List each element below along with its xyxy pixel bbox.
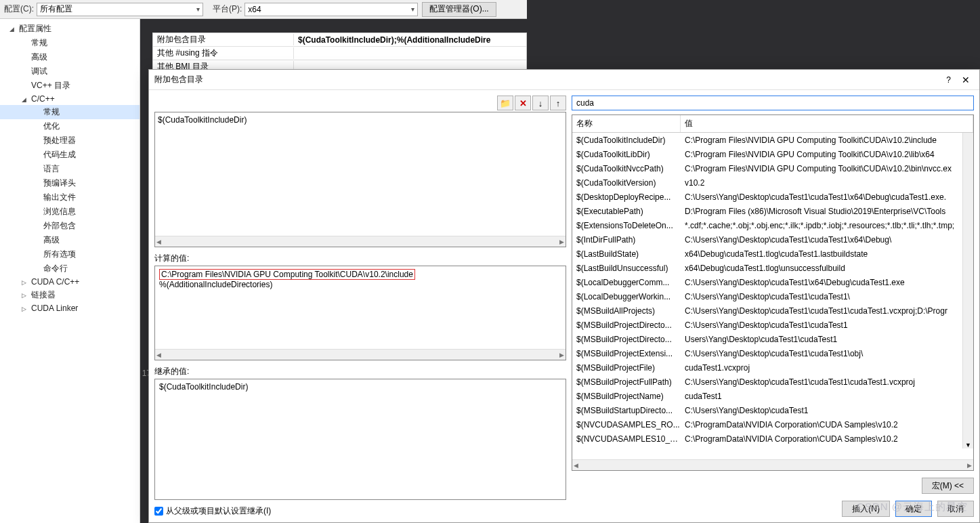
macro-row[interactable]: $(LocalDebuggerComm...C:\Users\Yang\Desk… [572, 275, 973, 289]
macro-row[interactable]: $(MSBuildProjectExtensi...C:\Users\Yang\… [572, 346, 973, 360]
macro-name: $(NVCUDASAMPLES10_2... [572, 434, 681, 444]
macro-row[interactable]: $(IntDirFullPath)C:\Users\Yang\Desktop\c… [572, 232, 973, 247]
macro-name: $(CudaToolkitNvccPath) [572, 164, 681, 173]
tree-item[interactable]: VC++ 目录 [0, 79, 140, 93]
tree-item[interactable]: ▷CUDA Linker [0, 302, 140, 314]
tree-item[interactable]: 外部包含 [0, 219, 140, 233]
macro-value: C:\ProgramData\NVIDIA Corporation\CUDA S… [681, 420, 973, 430]
macro-value: C:\Program Files\NVIDIA GPU Computing To… [681, 135, 973, 145]
dialog-left-column: 📁 ✕ ↓ ↑ $(CudaToolkitIncludeDir) ◀▶ 计算的值… [154, 96, 566, 517]
macro-row[interactable]: $(MSBuildProjectDirecto...Users\Yang\Des… [572, 332, 973, 346]
chevron-down-icon: ▾ [196, 5, 200, 13]
computed-label: 计算的值: [154, 253, 566, 264]
macro-row[interactable]: $(LastBuildState)x64\Debug\cudaTest1.tlo… [572, 247, 973, 261]
horizontal-scrollbar[interactable]: ◀▶ [155, 349, 566, 360]
macro-name: $(CudaToolkitVersion) [572, 178, 681, 188]
macro-row[interactable]: $(ExecutablePath)D:\Program Files (x86)\… [572, 204, 973, 218]
tree-item[interactable]: 代码生成 [0, 148, 140, 162]
new-folder-button[interactable]: 📁 [497, 96, 513, 110]
dialog-right-column: 名称 值 $(CudaToolkitIncludeDir)C:\Program … [572, 96, 974, 517]
macro-row[interactable]: $(LastBuildUnsuccessful)x64\Debug\cudaTe… [572, 261, 973, 275]
macro-name: $(ExecutablePath) [572, 207, 681, 216]
config-manager-button[interactable]: 配置管理器(O)... [422, 2, 496, 17]
tree-item[interactable]: 高级 [0, 233, 140, 247]
additional-include-dirs-dialog: 附加包含目录 ? ✕ 📁 ✕ ↓ ↑ $(CudaToolkitIncludeD… [148, 69, 980, 523]
macro-row[interactable]: $(CudaToolkitLibDir)C:\Program Files\NVI… [572, 147, 973, 161]
help-icon[interactable]: ? [946, 75, 951, 85]
macro-value: v10.2 [681, 178, 973, 188]
col-name[interactable]: 名称 [572, 115, 681, 132]
tree-item[interactable]: 优化 [0, 119, 140, 133]
property-row[interactable]: 附加包含目录$(CudaToolkitIncludeDir);%(Additio… [153, 33, 526, 47]
inherited-label: 继承的值: [154, 366, 566, 377]
inherit-checkbox[interactable]: 从父级或项目默认设置继承(I) [154, 505, 566, 517]
tree-item[interactable]: 高级 [0, 50, 140, 64]
macro-row[interactable]: $(LocalDebuggerWorkin...C:\Users\Yang\De… [572, 289, 973, 304]
ok-button[interactable]: 确定 [895, 501, 932, 517]
platform-value: x64 [248, 5, 261, 14]
macro-rows: $(CudaToolkitIncludeDir)C:\Program Files… [572, 133, 973, 459]
macro-row[interactable]: $(NVCUDASAMPLES10_2...C:\ProgramData\NVI… [572, 432, 973, 446]
macro-name: $(CudaToolkitIncludeDir) [572, 135, 681, 145]
macro-name: $(MSBuildProjectFile) [572, 363, 681, 373]
vertical-scrollbar[interactable]: ▼ [962, 133, 973, 448]
tree-item[interactable]: ▷CUDA C/C++ [0, 276, 140, 288]
macro-row[interactable]: $(CudaToolkitNvccPath)C:\Program Files\N… [572, 161, 973, 175]
tree-item[interactable]: 预编译头 [0, 176, 140, 190]
macro-name: $(LastBuildUnsuccessful) [572, 264, 681, 273]
move-down-button[interactable]: ↓ [532, 96, 549, 110]
tree-item[interactable]: 常规 [0, 36, 140, 50]
macro-row[interactable]: $(MSBuildStartupDirecto...C:\Users\Yang\… [572, 403, 973, 417]
tree-item[interactable]: ▷链接器 [0, 288, 140, 302]
tree-item[interactable]: 浏览信息 [0, 205, 140, 219]
macro-name: $(MSBuildProjectExtensi... [572, 349, 681, 358]
include-dirs-list[interactable]: $(CudaToolkitIncludeDir) ◀▶ [154, 112, 566, 247]
macro-row[interactable]: $(MSBuildProjectFile)cudaTest1.vcxproj [572, 360, 973, 375]
macro-value: cudaTest1.vcxproj [681, 363, 973, 373]
macro-row[interactable]: $(MSBuildAllProjects)C:\Users\Yang\Deskt… [572, 304, 973, 318]
close-icon[interactable]: ✕ [958, 73, 974, 87]
macro-value: *.cdf;*.cache;*.obj;*.obj.enc;*.ilk;*.ip… [681, 221, 973, 230]
tree-item[interactable]: 输出文件 [0, 190, 140, 205]
computed-values-box: C:\Program Files\NVIDIA GPU Computing To… [154, 266, 566, 360]
tree-root[interactable]: ◢配置属性 [0, 22, 140, 36]
tree-item[interactable]: 预处理器 [0, 133, 140, 148]
macro-value: cudaTest1 [681, 392, 973, 401]
insert-button[interactable]: 插入(N) [842, 501, 890, 517]
tree-item[interactable]: 命令行 [0, 262, 140, 276]
macro-row[interactable]: $(ExtensionsToDeleteOn...*.cdf;*.cache;*… [572, 218, 973, 232]
tree-item[interactable]: 所有选项 [0, 247, 140, 262]
horizontal-scrollbar[interactable]: ◀▶ [572, 459, 973, 470]
macro-name: $(MSBuildAllProjects) [572, 306, 681, 316]
col-value[interactable]: 值 [681, 115, 973, 132]
macro-row[interactable]: $(MSBuildProjectDirecto...C:\Users\Yang\… [572, 318, 973, 332]
cancel-button[interactable]: 取消 [937, 501, 974, 517]
macro-row[interactable]: $(CudaToolkitVersion)v10.2 [572, 175, 973, 190]
macro-name: $(IntDirFullPath) [572, 235, 681, 245]
macro-row[interactable]: $(CudaToolkitIncludeDir)C:\Program Files… [572, 133, 973, 147]
macro-value: C:\Users\Yang\Desktop\cudaTest1\cudaTest… [681, 292, 973, 301]
platform-select[interactable]: x64 ▾ [244, 3, 418, 16]
tree-item[interactable]: 调试 [0, 64, 140, 79]
tree-item-selected[interactable]: 常规 [0, 105, 140, 119]
inherit-checkbox-input[interactable] [154, 507, 163, 516]
macro-row[interactable]: $(MSBuildProjectName)cudaTest1 [572, 389, 973, 403]
property-row[interactable]: 其他 #using 指令 [153, 47, 526, 60]
macro-search-input[interactable] [572, 96, 974, 110]
macro-value: C:\Users\Yang\Desktop\cudaTest1 [681, 406, 973, 415]
list-item[interactable]: $(CudaToolkitIncludeDir) [158, 115, 563, 125]
macro-row[interactable]: $(MSBuildProjectFullPath)C:\Users\Yang\D… [572, 375, 973, 389]
macro-row[interactable]: $(DesktopDeployRecipe...C:\Users\Yang\De… [572, 190, 973, 204]
tree-cpp[interactable]: ◢C/C++ [0, 93, 140, 105]
delete-button[interactable]: ✕ [515, 96, 531, 110]
inherited-value: $(CudaToolkitIncludeDir) [159, 382, 561, 392]
macro-value: C:\Users\Yang\Desktop\cudaTest1\cudaTest… [681, 192, 973, 202]
macro-name: $(MSBuildProjectName) [572, 392, 681, 401]
move-up-button[interactable]: ↑ [550, 96, 566, 110]
config-select[interactable]: 所有配置 ▾ [37, 3, 203, 16]
macro-row[interactable]: $(NVCUDASAMPLES_RO...C:\ProgramData\NVID… [572, 417, 973, 432]
horizontal-scrollbar[interactable]: ◀▶ [155, 236, 566, 247]
macro-name: $(ExtensionsToDeleteOn... [572, 221, 681, 230]
tree-item[interactable]: 语言 [0, 162, 140, 176]
macros-button[interactable]: 宏(M) << [922, 478, 974, 494]
